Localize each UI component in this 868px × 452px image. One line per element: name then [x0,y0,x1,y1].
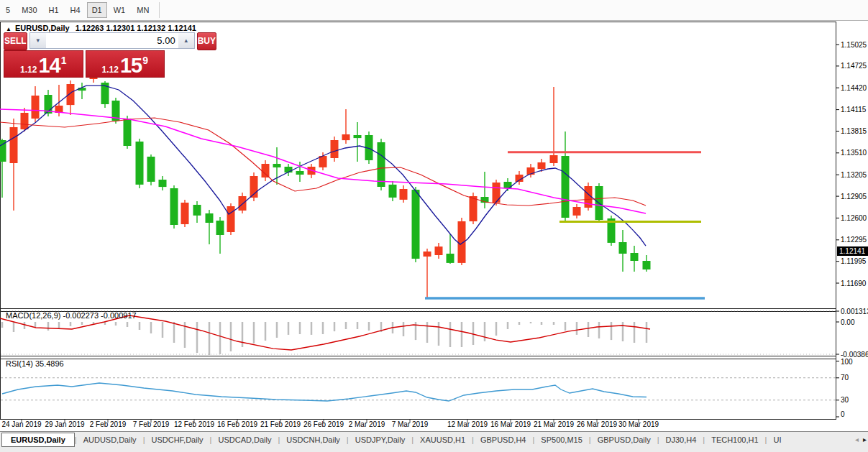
timeframe-button-mn[interactable]: MN [132,2,154,18]
price-axis-label: 1.11995 [841,257,866,265]
trading-terminal-window: 5M30H1H4D1W1MN ▲EURUSD,Daily1.12263 1.12… [0,0,868,452]
timeframe-button-d1[interactable]: D1 [87,2,107,18]
chart-tab-usdcnh-daily[interactable]: USDCNH,Daily [280,433,347,447]
time-axis-label: 24 Jan 2019 [1,420,41,428]
chart-tab-usdchf-daily[interactable]: USDCHF,Daily [145,433,209,447]
timeframe-button-h4[interactable]: H4 [65,2,86,18]
time-axis-label: 12 Feb 2019 [174,420,214,428]
buy-price-pip: 9 [142,55,148,66]
time-axis-label: 26 Mar 2019 [577,420,617,428]
price-axis-label: 1.12905 [841,193,867,200]
chart-title: ▲EURUSD,Daily1.12263 1.12301 1.12132 1.1… [6,24,196,32]
time-axis-label: 26 Feb 2019 [303,420,344,428]
current-price-tag: 1.12141 [837,246,868,256]
macd-axis-label: 0.001313 [841,308,868,315]
tab-scroll-right-icon[interactable]: ▸ [863,435,867,443]
price-axis-label: 1.14420 [841,84,867,92]
chart-tab-xauusd-h1[interactable]: XAUUSD,H1 [414,433,472,447]
price-axis-label: 1.14725 [841,62,867,70]
price-axis-label: 1.12295 [841,236,867,244]
price-axis-label: 1.13205 [841,171,867,179]
chart-tab-tech100-h1[interactable]: TECH100,H1 [705,433,764,447]
buy-button[interactable]: BUY [197,32,216,50]
time-axis-label: 16 Feb 2019 [217,420,257,428]
time-axis[interactable]: 24 Jan 201929 Jan 20192 Feb 20197 Feb 20… [0,420,836,430]
time-axis-label: 29 Jan 2019 [45,420,84,428]
rsi-axis-label: 70 [841,374,849,382]
macd-indicator-label: MACD(12,26,9) -0.002273 -0.000917 [6,311,137,320]
time-axis-label: 12 Mar 2019 [447,420,488,428]
chart-tab-usdjpy-daily[interactable]: USDJPY,Daily [349,433,412,447]
volume-input[interactable] [46,33,178,48]
chart-tab-sp500-m15[interactable]: SP500,M15 [534,433,588,447]
chart-plot-area[interactable] [0,22,836,419]
time-axis-label: 21 Feb 2019 [260,420,301,428]
buy-price-big: 15 [120,56,142,75]
price-axis[interactable]: 1.150251.147251.144201.141151.138151.135… [836,22,868,419]
timeframe-button-m30[interactable]: M30 [17,2,42,18]
sell-price-pip: 1 [61,55,67,66]
time-axis-label: 30 Mar 2019 [618,420,659,428]
buy-price-box[interactable]: 1.12 15 9 [86,50,165,78]
one-click-trading-panel: SELL ▾ ▴ BUY 1.12 14 1 1.12 15 9 [4,32,165,78]
sell-button[interactable]: SELL [4,32,27,50]
tab-scroll-left-icon[interactable]: ◂ [855,435,859,443]
time-axis-label: 2 Mar 2019 [349,420,385,428]
price-axis-label: 1.12600 [841,214,867,222]
price-axis-label: 1.13815 [841,127,867,135]
buy-price-prefix: 1.12 [102,65,119,75]
chart-tab-ui[interactable]: UI [767,433,787,447]
chart-tab-eurusd-daily[interactable]: EURUSD,Daily [1,433,75,447]
timeframe-button-5[interactable]: 5 [1,2,15,18]
timeframe-button-w1[interactable]: W1 [109,2,131,18]
time-axis-label: 16 Mar 2019 [490,420,531,428]
rsi-axis-label: 0 [841,410,845,418]
chart-symbol-label: EURUSD,Daily [15,24,70,32]
price-axis-label: 1.15025 [841,41,867,49]
toolbar-separator [159,2,160,18]
macd-axis-label: 0.00 [841,318,854,326]
trade-prices-row: 1.12 14 1 1.12 15 9 [4,50,165,78]
volume-decrease-icon[interactable]: ▾ [30,33,46,48]
chart-tab-bar: EURUSD,Daily|AUDUSD,Daily|USDCHF,Daily|U… [0,431,868,452]
volume-stepper: ▾ ▴ [29,32,195,49]
collapse-triangle-icon[interactable]: ▲ [6,26,12,32]
timeframe-button-h1[interactable]: H1 [44,2,64,18]
price-axis-label: 1.14115 [841,106,866,114]
tab-scroll-arrows: ◂▸ [855,435,867,443]
trade-controls-row: SELL ▾ ▴ BUY [4,32,165,49]
rsi-axis-label: 100 [841,358,853,366]
chart-tab-usdcad-daily[interactable]: USDCAD,Daily [211,433,278,447]
volume-increase-icon[interactable]: ▴ [178,33,194,48]
time-axis-label: 7 Feb 2019 [133,420,170,428]
rsi-axis-label: 30 [841,396,849,404]
time-axis-label: 7 Mar 2019 [392,420,429,428]
timeframe-toolbar: 5M30H1H4D1W1MN [0,0,868,21]
time-axis-label: 2 Feb 2019 [90,420,127,428]
chart-tab-gbpusd-daily[interactable]: GBPUSD,Daily [591,433,657,447]
chart-tab-gbpusd-h4[interactable]: GBPUSD,H4 [474,433,533,447]
sell-price-box[interactable]: 1.12 14 1 [4,50,83,78]
price-axis-label: 1.11690 [841,280,866,287]
chart-tab-audusd-daily[interactable]: AUDUSD,Daily [77,433,143,447]
chart-tabs: EURUSD,Daily|AUDUSD,Daily|USDCHF,Daily|U… [1,433,787,447]
price-axis-label: 1.13510 [841,149,867,157]
sell-price-big: 14 [38,56,60,75]
rsi-indicator-label: RSI(14) 35.4896 [6,359,64,368]
sell-price-prefix: 1.12 [20,65,37,75]
chart-ohlc-values: 1.12263 1.12301 1.12132 1.12141 [76,24,196,32]
chart-tab-dj30-h4[interactable]: DJ30,H4 [659,433,703,447]
time-axis-label: 21 Mar 2019 [534,420,574,428]
